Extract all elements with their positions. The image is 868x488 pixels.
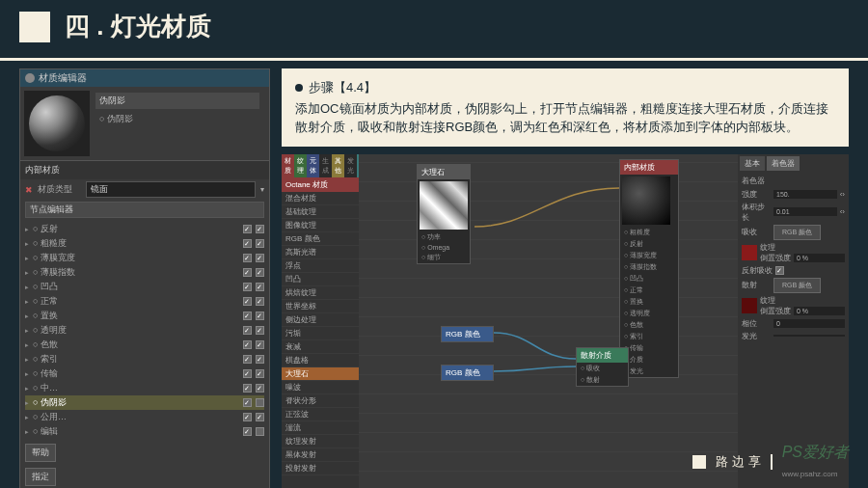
checkbox[interactable] [243,384,252,393]
node-type-item[interactable]: 噪波 [282,381,359,394]
emit-input[interactable] [773,335,845,337]
property-item[interactable]: ▸○ 公用… [25,410,264,424]
node-type-item[interactable]: 正弦波 [282,408,359,421]
category-tab[interactable]: 其他 [332,154,344,177]
checkbox[interactable] [243,340,252,349]
checkbox[interactable] [243,355,252,364]
node-type-item[interactable]: 棋盘格 [282,354,359,367]
inner-material-node[interactable]: 内部材质 ○ 粗糙度○ 反射○ 薄膜宽度○ 薄膜指数○ 凹凸○ 正常○ 置换○ … [619,159,679,378]
node-type-item[interactable]: 黑体发射 [282,448,359,462]
node-type-item[interactable]: 大理石 [282,367,359,381]
step-input[interactable]: 0.01 [773,207,837,216]
color-swatch-red[interactable] [742,245,757,260]
tab-shader[interactable]: 着色器 [767,156,800,171]
checkbox[interactable] [243,283,252,291]
property-item[interactable]: ▸○ 编辑 [25,424,264,439]
property-item[interactable]: ▸○ 薄膜宽度 [25,251,264,265]
checkbox[interactable] [256,427,264,436]
node-type-item[interactable]: 衰减 [282,340,359,354]
checkbox[interactable] [256,239,264,248]
property-item[interactable]: ▸○ 粗糙度 [25,236,264,251]
node-type-item[interactable]: 纹理发射 [282,435,359,448]
node-type-item[interactable]: 浮点 [282,259,359,273]
checkbox[interactable] [256,384,264,393]
checkbox[interactable] [243,239,252,248]
checkbox[interactable] [256,326,264,335]
node-port[interactable]: ○ 粗糙度 [620,227,678,238]
node-port[interactable]: ○ 反射 [620,238,678,250]
tab-basic[interactable]: 基本 [740,156,765,171]
node-editor-button[interactable]: 节点编辑器 [25,202,264,218]
node-port[interactable]: ○ 正常 [620,285,678,296]
checkbox[interactable] [243,297,252,306]
node-port[interactable]: ○ 介质 [620,354,678,366]
property-item[interactable]: ▸○ 透明度 [25,323,264,338]
material-option[interactable]: ○ 伪阴影 [95,112,259,126]
marble-node[interactable]: 大理石 ○ 功率○ Omega○ 细节 [417,164,471,264]
node-type-item[interactable]: 脊状分形 [282,394,359,408]
checkbox[interactable] [243,427,252,436]
checkbox[interactable] [243,413,252,421]
dropdown-arrow-icon[interactable]: ▾ [260,185,264,194]
material-type-dropdown[interactable]: 镜面 [86,181,256,198]
checkbox[interactable] [256,369,264,378]
checkbox[interactable] [256,312,264,320]
property-item[interactable]: ▸○ 索引 [25,352,264,366]
node-type-item[interactable]: 混合材质 [282,192,359,205]
scatter-medium-node[interactable]: 散射介质 ○ 吸收○ 散射 [576,347,629,387]
property-item[interactable]: ▸○ 色散 [25,338,264,352]
node-port[interactable]: ○ 透明度 [620,308,678,319]
node-port[interactable]: ○ 薄膜指数 [620,261,678,273]
checkbox[interactable] [256,283,264,291]
node-type-item[interactable]: 污垢 [282,327,359,340]
checkbox[interactable] [243,312,252,320]
node-type-item[interactable]: 基础纹理 [282,205,359,219]
help-button[interactable]: 帮助 [25,444,56,462]
checkbox[interactable] [243,326,252,335]
assign-button[interactable]: 指定 [25,468,56,486]
node-type-item[interactable]: 烘焙纹理 [282,286,359,300]
rgb-node-1[interactable]: RGB 颜色 [441,326,494,342]
node-type-item[interactable]: 世界坐标 [282,300,359,313]
category-tab[interactable]: 发光 [344,154,357,177]
node-type-item[interactable]: 湍流 [282,421,359,435]
checkbox[interactable] [243,254,252,262]
checkbox[interactable] [256,413,264,421]
x-icon[interactable]: ✖ [25,185,33,195]
node-port[interactable]: ○ 散射 [577,374,628,386]
category-tab[interactable]: 生成 [319,154,332,177]
rgb-button[interactable]: RGB 颜色 [773,225,821,240]
property-item[interactable]: ▸○ 中… [25,381,264,395]
node-type-item[interactable]: 侧边处理 [282,313,359,327]
checkbox[interactable] [243,398,252,407]
node-type-item[interactable]: 投射发射 [282,462,359,475]
checkbox[interactable] [256,398,264,407]
color-swatch-darkred[interactable] [742,298,757,313]
phase-input[interactable]: 0 [773,319,845,328]
checkbox[interactable] [243,369,252,378]
checkbox[interactable] [256,268,264,277]
node-port[interactable]: ○ 色散 [620,319,678,331]
stepper-icon[interactable]: ‹› [840,190,845,199]
node-canvas[interactable]: 大理石 ○ 功率○ Omega○ 细节 内部材质 ○ 粗糙度○ 反射○ 薄膜宽度… [359,154,738,489]
checkbox[interactable] [243,268,252,277]
node-port[interactable]: ○ 发光 [620,366,678,377]
property-item[interactable]: ▸○ 凹凸 [25,280,264,294]
node-port[interactable]: ○ 薄膜宽度 [620,250,678,261]
checkbox[interactable] [256,340,264,349]
checkbox[interactable] [256,355,264,364]
node-port[interactable]: ○ 细节 [418,252,470,263]
property-item[interactable]: ▸○ 正常 [25,294,264,309]
node-type-item[interactable]: 凹凸 [282,273,359,286]
category-tab[interactable]: 纹理 [294,154,307,177]
checkbox[interactable] [243,225,252,233]
node-type-item[interactable]: RGB 颜色 [282,232,359,246]
intensity-input[interactable]: 150. [773,190,837,199]
category-tab[interactable]: 材质 [282,154,294,177]
inv-input[interactable]: 0 % [794,254,845,262]
property-item[interactable]: ▸○ 反射 [25,222,264,236]
stepper-icon[interactable]: ‹› [840,207,845,216]
property-item[interactable]: ▸○ 置换 [25,309,264,323]
property-item[interactable]: ▸○ 伪阴影 [25,395,264,410]
preview-thumbnail[interactable] [24,91,90,156]
